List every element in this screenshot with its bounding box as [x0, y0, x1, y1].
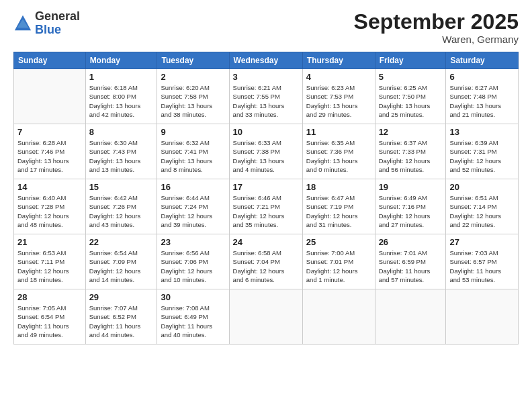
day-number: 17 [233, 182, 299, 192]
day-number: 3 [233, 72, 299, 82]
day-number: 1 [89, 72, 154, 82]
cell-w2-d2: 8Sunrise: 6:30 AMSunset: 7:43 PMDaylight… [85, 124, 157, 179]
day-number: 16 [161, 182, 225, 192]
day-number: 13 [449, 127, 515, 137]
day-number: 24 [233, 237, 299, 247]
calendar-table: Sunday Monday Tuesday Wednesday Thursday… [13, 52, 519, 345]
day-info: Sunrise: 6:51 AMSunset: 7:14 PMDaylight:… [449, 193, 515, 229]
cell-w1-d4: 3Sunrise: 6:21 AMSunset: 7:55 PMDaylight… [229, 69, 302, 124]
cell-w5-d4 [229, 289, 302, 345]
day-info: Sunrise: 6:49 AMSunset: 7:16 PMDaylight:… [379, 193, 443, 229]
day-info: Sunrise: 7:00 AMSunset: 7:01 PMDaylight:… [306, 248, 371, 284]
day-number: 10 [233, 127, 299, 137]
day-number: 2 [161, 72, 225, 82]
day-number: 25 [306, 237, 371, 247]
calendar-header-row: Sunday Monday Tuesday Wednesday Thursday… [14, 52, 519, 69]
cell-w3-d6: 19Sunrise: 6:49 AMSunset: 7:16 PMDayligh… [375, 179, 446, 234]
cell-w2-d7: 13Sunrise: 6:39 AMSunset: 7:31 PMDayligh… [446, 124, 519, 179]
cell-w1-d7: 6Sunrise: 6:27 AMSunset: 7:48 PMDaylight… [446, 69, 519, 124]
location: Waren, Germany [354, 34, 519, 45]
cell-w1-d6: 5Sunrise: 6:25 AMSunset: 7:50 PMDaylight… [375, 69, 446, 124]
col-wednesday: Wednesday [229, 52, 302, 69]
col-friday: Friday [375, 52, 446, 69]
day-info: Sunrise: 6:32 AMSunset: 7:41 PMDaylight:… [161, 138, 225, 174]
day-info: Sunrise: 7:03 AMSunset: 6:57 PMDaylight:… [449, 248, 515, 284]
logo-blue-text: Blue [35, 23, 61, 36]
cell-w3-d3: 16Sunrise: 6:44 AMSunset: 7:24 PMDayligh… [157, 179, 229, 234]
cell-w2-d3: 9Sunrise: 6:32 AMSunset: 7:41 PMDaylight… [157, 124, 229, 179]
day-number: 28 [17, 292, 82, 302]
cell-w4-d6: 26Sunrise: 7:01 AMSunset: 6:59 PMDayligh… [375, 234, 446, 289]
week-row-4: 21Sunrise: 6:53 AMSunset: 7:11 PMDayligh… [14, 234, 519, 289]
cell-w2-d1: 7Sunrise: 6:28 AMSunset: 7:46 PMDaylight… [14, 124, 86, 179]
logo-text: General Blue [35, 10, 80, 37]
cell-w4-d4: 24Sunrise: 6:58 AMSunset: 7:04 PMDayligh… [229, 234, 302, 289]
page: General Blue September 2025 Waren, Germa… [0, 0, 532, 411]
day-info: Sunrise: 6:33 AMSunset: 7:38 PMDaylight:… [233, 138, 299, 174]
day-info: Sunrise: 6:37 AMSunset: 7:33 PMDaylight:… [379, 138, 443, 174]
day-info: Sunrise: 7:08 AMSunset: 6:49 PMDaylight:… [161, 304, 225, 339]
day-info: Sunrise: 6:47 AMSunset: 7:19 PMDaylight:… [306, 193, 371, 229]
cell-w3-d7: 20Sunrise: 6:51 AMSunset: 7:14 PMDayligh… [446, 179, 519, 234]
day-info: Sunrise: 6:27 AMSunset: 7:48 PMDaylight:… [449, 83, 515, 119]
cell-w5-d1: 28Sunrise: 7:05 AMSunset: 6:54 PMDayligh… [14, 289, 86, 345]
cell-w4-d2: 22Sunrise: 6:54 AMSunset: 7:09 PMDayligh… [85, 234, 157, 289]
cell-w5-d7 [446, 289, 519, 345]
day-info: Sunrise: 6:28 AMSunset: 7:46 PMDaylight:… [17, 138, 82, 174]
cell-w5-d6 [375, 289, 446, 345]
day-info: Sunrise: 6:53 AMSunset: 7:11 PMDaylight:… [17, 248, 82, 284]
day-number: 22 [89, 237, 154, 247]
col-thursday: Thursday [302, 52, 375, 69]
day-info: Sunrise: 6:44 AMSunset: 7:24 PMDaylight:… [161, 193, 225, 229]
day-number: 15 [89, 182, 154, 192]
col-tuesday: Tuesday [157, 52, 229, 69]
cell-w2-d6: 12Sunrise: 6:37 AMSunset: 7:33 PMDayligh… [375, 124, 446, 179]
week-row-3: 14Sunrise: 6:40 AMSunset: 7:28 PMDayligh… [14, 179, 519, 234]
day-number: 26 [379, 237, 443, 247]
cell-w5-d5 [302, 289, 375, 345]
cell-w3-d1: 14Sunrise: 6:40 AMSunset: 7:28 PMDayligh… [14, 179, 86, 234]
day-info: Sunrise: 6:42 AMSunset: 7:26 PMDaylight:… [89, 193, 154, 229]
day-info: Sunrise: 6:39 AMSunset: 7:31 PMDaylight:… [449, 138, 515, 174]
day-info: Sunrise: 6:46 AMSunset: 7:21 PMDaylight:… [233, 193, 299, 229]
day-number: 30 [161, 292, 225, 302]
cell-w1-d5: 4Sunrise: 6:23 AMSunset: 7:53 PMDaylight… [302, 69, 375, 124]
day-number: 27 [449, 237, 515, 247]
day-number: 19 [379, 182, 443, 192]
cell-w1-d2: 1Sunrise: 6:18 AMSunset: 8:00 PMDaylight… [85, 69, 157, 124]
day-info: Sunrise: 6:23 AMSunset: 7:53 PMDaylight:… [306, 83, 371, 119]
cell-w5-d3: 30Sunrise: 7:08 AMSunset: 6:49 PMDayligh… [157, 289, 229, 345]
day-number: 20 [449, 182, 515, 192]
cell-w2-d4: 10Sunrise: 6:33 AMSunset: 7:38 PMDayligh… [229, 124, 302, 179]
cell-w3-d4: 17Sunrise: 6:46 AMSunset: 7:21 PMDayligh… [229, 179, 302, 234]
day-info: Sunrise: 6:30 AMSunset: 7:43 PMDaylight:… [89, 138, 154, 174]
day-number: 9 [161, 127, 225, 137]
cell-w3-d2: 15Sunrise: 6:42 AMSunset: 7:26 PMDayligh… [85, 179, 157, 234]
day-info: Sunrise: 6:54 AMSunset: 7:09 PMDaylight:… [89, 248, 154, 284]
cell-w4-d5: 25Sunrise: 7:00 AMSunset: 7:01 PMDayligh… [302, 234, 375, 289]
logo-general-text: General [35, 9, 80, 23]
month-title: September 2025 [354, 10, 519, 34]
logo-icon [13, 14, 32, 33]
cell-w5-d2: 29Sunrise: 7:07 AMSunset: 6:52 PMDayligh… [85, 289, 157, 345]
day-number: 4 [306, 72, 371, 82]
cell-w3-d5: 18Sunrise: 6:47 AMSunset: 7:19 PMDayligh… [302, 179, 375, 234]
week-row-2: 7Sunrise: 6:28 AMSunset: 7:46 PMDaylight… [14, 124, 519, 179]
day-info: Sunrise: 6:20 AMSunset: 7:58 PMDaylight:… [161, 83, 225, 119]
cell-w4-d1: 21Sunrise: 6:53 AMSunset: 7:11 PMDayligh… [14, 234, 86, 289]
day-number: 7 [17, 127, 82, 137]
header: General Blue September 2025 Waren, Germa… [13, 10, 519, 45]
week-row-1: 1Sunrise: 6:18 AMSunset: 8:00 PMDaylight… [14, 69, 519, 124]
day-info: Sunrise: 7:07 AMSunset: 6:52 PMDaylight:… [89, 304, 154, 339]
day-number: 29 [89, 292, 154, 302]
col-monday: Monday [85, 52, 157, 69]
logo: General Blue [13, 10, 80, 37]
day-info: Sunrise: 7:01 AMSunset: 6:59 PMDaylight:… [379, 248, 443, 284]
day-info: Sunrise: 7:05 AMSunset: 6:54 PMDaylight:… [17, 304, 82, 339]
day-number: 8 [89, 127, 154, 137]
cell-w2-d5: 11Sunrise: 6:35 AMSunset: 7:36 PMDayligh… [302, 124, 375, 179]
day-info: Sunrise: 6:18 AMSunset: 8:00 PMDaylight:… [89, 83, 154, 119]
day-info: Sunrise: 6:58 AMSunset: 7:04 PMDaylight:… [233, 248, 299, 284]
cell-w4-d7: 27Sunrise: 7:03 AMSunset: 6:57 PMDayligh… [446, 234, 519, 289]
day-info: Sunrise: 6:35 AMSunset: 7:36 PMDaylight:… [306, 138, 371, 174]
